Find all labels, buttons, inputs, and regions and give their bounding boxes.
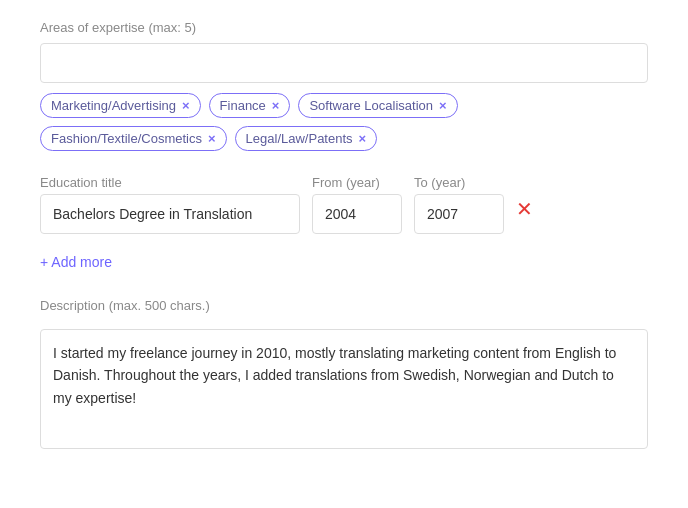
tag-marketing: Marketing/Advertising × [40, 93, 201, 118]
education-title-input[interactable] [40, 194, 300, 234]
delete-education-button[interactable]: ✕ [516, 199, 533, 219]
from-year-input[interactable] [312, 194, 402, 234]
tag-finance-label: Finance [220, 98, 266, 113]
tag-finance: Finance × [209, 93, 291, 118]
tag-fashion: Fashion/Textile/Cosmetics × [40, 126, 227, 151]
tag-marketing-label: Marketing/Advertising [51, 98, 176, 113]
from-year-group: From (year) [312, 175, 402, 234]
tag-legal-label: Legal/Law/Patents [246, 131, 353, 146]
tag-legal-close[interactable]: × [359, 132, 367, 145]
tag-legal: Legal/Law/Patents × [235, 126, 378, 151]
from-year-label: From (year) [312, 175, 402, 190]
add-more-button[interactable]: + Add more [40, 254, 112, 270]
tag-software-close[interactable]: × [439, 99, 447, 112]
areas-of-expertise-section: Areas of expertise (max: 5) Marketing/Ad… [40, 20, 648, 151]
tag-software-label: Software Localisation [309, 98, 433, 113]
education-title-group: Education title [40, 175, 300, 234]
areas-of-expertise-input[interactable] [40, 43, 648, 83]
tag-software: Software Localisation × [298, 93, 457, 118]
description-label: Description (max. 500 chars.) [40, 298, 648, 313]
tag-marketing-close[interactable]: × [182, 99, 190, 112]
description-section: Description (max. 500 chars.) I started … [40, 298, 648, 452]
areas-of-expertise-label: Areas of expertise (max: 5) [40, 20, 648, 35]
tag-fashion-close[interactable]: × [208, 132, 216, 145]
to-year-group: To (year) [414, 175, 504, 234]
tags-container: Marketing/Advertising × Finance × Softwa… [40, 93, 648, 151]
education-row: Education title From (year) To (year) ✕ [40, 175, 648, 234]
education-title-label: Education title [40, 175, 300, 190]
education-section: Education title From (year) To (year) ✕ … [40, 175, 648, 270]
description-textarea[interactable]: I started my freelance journey in 2010, … [40, 329, 648, 449]
to-year-label: To (year) [414, 175, 504, 190]
to-year-input[interactable] [414, 194, 504, 234]
tag-finance-close[interactable]: × [272, 99, 280, 112]
tag-fashion-label: Fashion/Textile/Cosmetics [51, 131, 202, 146]
